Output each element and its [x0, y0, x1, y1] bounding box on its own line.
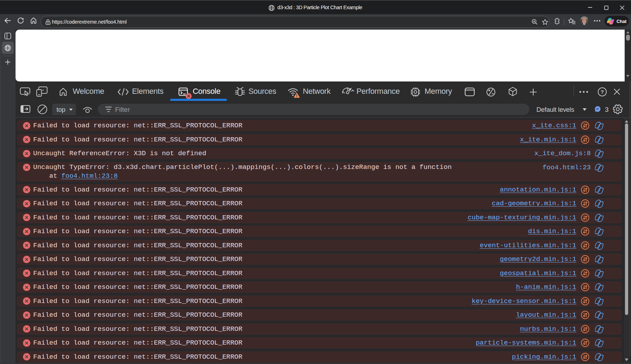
- svg-text:?: ?: [601, 89, 604, 95]
